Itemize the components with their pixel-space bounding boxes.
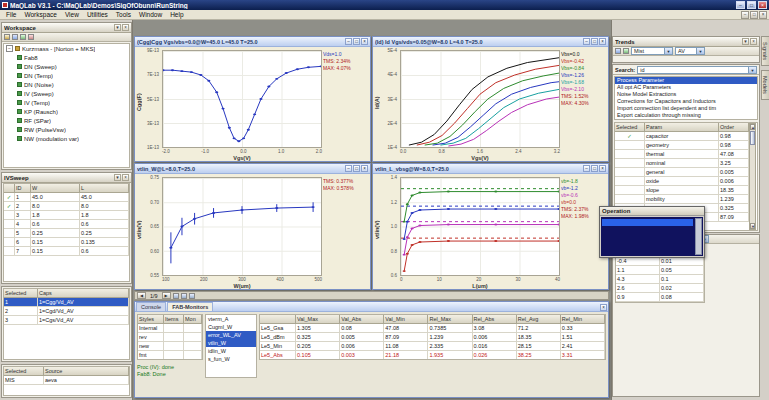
table-cell[interactable]: 4.3 [616,275,660,284]
table-cell[interactable]: 1 [15,193,31,202]
monitor-list-item[interactable]: s_fun_W [206,355,256,363]
tree-item[interactable]: Fab8 [4,53,129,62]
monitor-list-item[interactable]: Cugml_W [206,323,256,331]
table-cell[interactable]: 71.2 [517,324,561,333]
scroll-down-icon[interactable]: ▼ [750,223,755,229]
maximize-button[interactable]: □ [747,1,756,9]
table-cell[interactable]: 0.7385 [428,324,472,333]
table-cell[interactable]: 0.016 [473,342,517,351]
row-check-cell[interactable]: ✓ [4,202,15,211]
trends-close-icon[interactable]: × [750,38,757,45]
table-cell[interactable]: 0.006 [473,333,517,342]
column-header[interactable]: Rel_Min [561,315,605,324]
column-header[interactable] [260,315,296,324]
open-project-icon[interactable] [12,34,18,40]
column-header[interactable]: Selected [4,289,38,298]
monitor-list-item[interactable]: vtlin_W [206,339,256,347]
table-cell[interactable]: 5 [15,229,31,238]
table-cell[interactable]: thermal [645,150,719,159]
table-cell[interactable]: 0.205 [296,342,340,351]
table-cell[interactable]: 2.6 [616,284,660,293]
column-header[interactable]: ID [15,184,31,193]
row-check-cell[interactable]: ✓ [4,193,15,202]
trend-mode-combo[interactable]: AV ▼ [675,47,705,55]
table-cell[interactable]: 0.005 [340,333,384,342]
column-header[interactable]: Order [719,123,749,132]
table-cell[interactable]: 0.325 [719,204,749,213]
table-cell[interactable]: 3 [4,316,38,325]
column-header[interactable]: Val_Min [384,315,428,324]
table-cell[interactable]: 7 [15,247,31,256]
table-cell[interactable]: new [138,342,164,351]
table-cell[interactable]: oxide [645,177,719,186]
window-restore-icon[interactable]: □ [591,38,598,45]
table-cell[interactable]: 3.08 [473,324,517,333]
window-minimize-icon[interactable]: – [583,165,590,172]
mdi-close-icon[interactable]: × [759,11,767,19]
column-header[interactable]: Selected [615,123,645,132]
tree-item[interactable]: IV (Temp) [4,98,129,107]
table-cell[interactable]: 0.01 [660,257,704,266]
row-check-cell[interactable] [4,238,15,247]
table-cell[interactable]: 0.026 [473,351,517,360]
table-cell[interactable]: 0.9 [616,293,660,302]
table-cell[interactable]: 0.6 [31,220,80,229]
table-cell[interactable]: 1.305 [296,324,340,333]
table-cell[interactable]: 3 [15,211,31,220]
scroll-up-icon[interactable]: ▲ [750,124,755,130]
table-cell[interactable]: 2 [4,307,38,316]
operation-scrollbar[interactable] [695,218,702,255]
tree-item[interactable]: KP (Rausch) [4,107,129,116]
tree-item[interactable]: IV (Sweep) [4,89,129,98]
table-cell[interactable]: 1.51 [561,333,605,342]
workspace-close-icon[interactable]: × [122,24,129,31]
table-cell[interactable]: 0.15 [31,238,80,247]
table-cell[interactable]: 1.8 [31,211,80,220]
table-cell[interactable]: 6 [15,238,31,247]
chart-window-titlebar[interactable]: (Cgg)Cgg Vgs/vbs=0.0@W=45.0 L=45.0 T=25.… [135,37,370,47]
tree-root[interactable]: − Kurzmass - [Norton + MKS] [4,44,129,53]
column-header[interactable]: Val_Max [296,315,340,324]
plot-trend-icon[interactable] [615,48,621,54]
monitor-list-item[interactable]: vterm_A [206,315,256,323]
row-check-cell[interactable] [615,141,645,150]
trend-group-combo[interactable]: Mist ▼ [631,47,673,55]
window-minimize-icon[interactable]: – [345,165,352,172]
trends-menu-icon[interactable]: ▼ [742,38,749,45]
table-cell[interactable]: 0.98 [719,141,749,150]
minimize-button[interactable]: – [736,1,745,9]
table-cell[interactable]: MIS [4,376,44,385]
monitor-list-item[interactable]: idlin_W [206,347,256,355]
row-label-cell[interactable]: Le5_dBm [260,333,296,342]
row-check-cell[interactable] [615,159,645,168]
table-cell[interactable]: general [645,168,719,177]
next-page-button[interactable]: ▶ [162,292,171,299]
mdi-restore-icon[interactable]: □ [750,11,758,19]
window-close-icon[interactable]: × [599,38,606,45]
search-option[interactable]: Process Parameter [615,77,757,84]
search-option[interactable]: Corrections for Capacitors and Inductors [615,98,757,105]
row-check-cell[interactable] [4,229,15,238]
table-cell[interactable]: 3.25 [719,159,749,168]
table-cell[interactable]: 18.35 [517,333,561,342]
save-project-icon[interactable] [20,34,26,40]
table-cell[interactable]: 0.325 [296,333,340,342]
table-cell[interactable]: capacitor [645,132,719,141]
table-cell[interactable]: 0.1 [660,275,704,284]
table-cell[interactable]: 21.18 [384,351,428,360]
tree-item[interactable]: RW (PulseVsw) [4,125,129,134]
row-label-cell[interactable]: Le5_Abs [260,351,296,360]
row-check-cell[interactable] [4,211,15,220]
chart-window-titlebar[interactable]: vtlin_W@L=8.0,T=25.0 – □ × [135,164,370,174]
tree-item[interactable]: NW (modulation var) [4,134,129,143]
row-label-cell[interactable]: Le5_Min [260,342,296,351]
table-cell[interactable]: 2.41 [561,342,605,351]
menu-item[interactable]: Window [135,11,166,18]
table-cell[interactable]: mobility [645,195,719,204]
table-cell[interactable]: 18.35 [719,186,749,195]
table-cell[interactable]: 11.08 [384,342,428,351]
table-cell[interactable]: 8.0 [80,202,129,211]
column-header[interactable]: Rel_Max [428,315,472,324]
menu-item[interactable]: Tools [112,11,135,18]
table-cell[interactable]: aeva [44,376,129,385]
